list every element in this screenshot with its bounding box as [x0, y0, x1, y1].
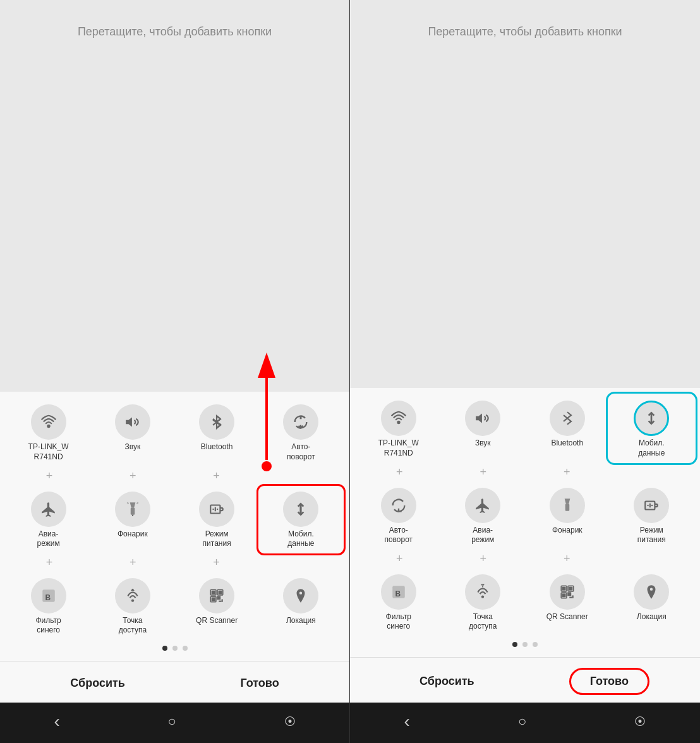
- left-tile-qr[interactable]: QR Scanner: [176, 573, 258, 639]
- dot-1: [162, 646, 167, 651]
- left-tile-mobiledata-label: Мобил. данные: [279, 529, 323, 549]
- add-cell-2[interactable]: +: [91, 468, 174, 485]
- right-tile-wifi[interactable]: TP-LINK_W R741ND: [358, 396, 440, 462]
- right-tile-bluetooth-label: Bluetooth: [551, 438, 583, 449]
- right-recents-icon[interactable]: ⦿: [634, 715, 646, 728]
- add-cell-3[interactable]: +: [175, 468, 258, 485]
- right-add-row2: + + +: [355, 549, 695, 569]
- right-home-icon[interactable]: ○: [518, 713, 526, 730]
- powersave-icon: [199, 492, 234, 527]
- right-dot-3: [533, 642, 538, 647]
- left-drag-hint: Перетащите, чтобы добавить кнопки: [78, 25, 272, 39]
- right-mobiledata-icon: [634, 401, 669, 436]
- right-tile-powersave-label: Режим питания: [629, 526, 673, 545]
- right-qr-icon: [550, 574, 585, 610]
- svg-rect-23: [219, 600, 221, 601]
- left-tile-mobiledata[interactable]: Мобил. данные: [260, 486, 342, 553]
- right-dot-2: [522, 642, 528, 647]
- right-hotspot-icon: [465, 574, 500, 610]
- right-tile-sound[interactable]: Звук: [442, 396, 524, 462]
- right-add-cell-5[interactable]: +: [358, 550, 442, 568]
- svg-rect-45: [572, 595, 573, 598]
- left-tile-hotspot[interactable]: Точка доступа: [92, 573, 173, 639]
- airplane-icon: [31, 492, 66, 527]
- right-add-cell-1[interactable]: +: [358, 464, 442, 481]
- left-tile-airplane-label: Авиа- режим: [27, 529, 71, 549]
- left-tile-bluefilter[interactable]: B Фильтр синего: [8, 573, 89, 639]
- left-tile-location[interactable]: Локация: [260, 573, 342, 639]
- left-drag-area: Перетащите, чтобы добавить кнопки: [0, 0, 349, 392]
- right-bluetooth-icon: [550, 401, 585, 436]
- right-bluefilter-icon: B: [381, 574, 416, 610]
- right-tile-location[interactable]: Локация: [611, 569, 693, 636]
- left-row1: TP-LINK_W R741ND Звук: [5, 399, 344, 466]
- right-row2: Авто- поворот Авиа- режим: [355, 483, 695, 549]
- right-tile-mobiledata[interactable]: Мобил. данные: [611, 396, 693, 462]
- right-add-cell-7[interactable]: +: [525, 550, 609, 568]
- right-back-icon[interactable]: ‹: [404, 711, 410, 732]
- add-cell-1[interactable]: +: [8, 468, 91, 485]
- left-tile-airplane[interactable]: Авиа- режим: [8, 486, 89, 553]
- right-tile-mobiledata-label: Мобил. данные: [629, 438, 673, 458]
- right-page-dots: [355, 636, 695, 652]
- right-add-cell-4: [609, 464, 693, 481]
- right-tile-sound-label: Звук: [475, 438, 491, 449]
- right-tile-airplane[interactable]: Авиа- режим: [442, 483, 524, 549]
- svg-text:B: B: [395, 589, 401, 598]
- mobiledata-icon: [283, 492, 318, 527]
- right-add-cell-2[interactable]: +: [442, 464, 526, 481]
- left-tile-location-label: Локация: [286, 616, 316, 626]
- add-cell-6[interactable]: +: [91, 554, 174, 572]
- right-add-cell-8: [609, 550, 693, 568]
- svg-rect-18: [219, 591, 221, 593]
- add-cell-7[interactable]: +: [175, 554, 258, 572]
- recents-icon[interactable]: ⦿: [284, 715, 296, 728]
- right-done-button[interactable]: Готово: [569, 668, 649, 695]
- left-tile-bluetooth[interactable]: Bluetooth: [176, 399, 258, 466]
- svg-rect-20: [212, 598, 215, 600]
- left-row2: Авиа- режим Фонарик: [5, 486, 344, 553]
- svg-rect-30: [565, 504, 570, 510]
- left-tile-bluefilter-label: Фильтр синего: [27, 616, 71, 636]
- right-row1: TP-LINK_W R741ND Звук: [355, 396, 695, 462]
- right-add-cell-3[interactable]: +: [525, 464, 609, 481]
- left-tile-autorotate[interactable]: Авто- поворот: [260, 399, 342, 466]
- right-tile-flashlight[interactable]: Фонарик: [526, 483, 608, 549]
- add-cell-5[interactable]: +: [8, 554, 91, 572]
- right-add-cell-6[interactable]: +: [442, 550, 526, 568]
- left-add-row1: + + +: [5, 466, 344, 486]
- left-done-button[interactable]: Готово: [221, 672, 298, 695]
- right-nav-bar: ‹ ○ ⦿: [350, 703, 700, 743]
- right-quick-panel: TP-LINK_W R741ND Звук: [350, 388, 700, 657]
- right-tile-autorotate-label: Авто- поворот: [377, 526, 421, 545]
- svg-text:B: B: [45, 593, 51, 601]
- svg-rect-46: [569, 596, 572, 598]
- svg-rect-21: [217, 596, 220, 599]
- right-reset-button[interactable]: Сбросить: [401, 670, 493, 693]
- right-tile-bluetooth[interactable]: Bluetooth: [526, 396, 608, 462]
- right-tile-hotspot-label: Точка доступа: [461, 612, 505, 632]
- sound-icon: [115, 404, 150, 440]
- right-tile-autorotate[interactable]: Авто- поворот: [358, 483, 440, 549]
- dot-2: [172, 646, 178, 651]
- right-screen: Перетащите, чтобы добавить кнопки TP-LIN…: [350, 0, 700, 743]
- left-tile-powersave[interactable]: Режим питания: [176, 486, 258, 553]
- right-tile-qr[interactable]: QR Scanner: [526, 569, 608, 636]
- right-row3: B Фильтр синего Точка доступа: [355, 569, 695, 636]
- right-tile-airplane-label: Авиа- режим: [461, 526, 505, 545]
- left-tile-hotspot-label: Точка доступа: [111, 616, 155, 636]
- home-icon[interactable]: ○: [168, 713, 176, 730]
- svg-rect-41: [569, 587, 572, 589]
- left-tile-sound[interactable]: Звук: [92, 399, 173, 466]
- left-tile-wifi[interactable]: TP-LINK_W R741ND: [8, 399, 89, 466]
- left-tile-sound-label: Звук: [125, 442, 141, 452]
- right-tile-powersave[interactable]: Режим питания: [611, 483, 693, 549]
- add-cell-8: [258, 554, 342, 572]
- back-icon[interactable]: ‹: [54, 711, 59, 732]
- right-tile-bluefilter[interactable]: B Фильтр синего: [358, 569, 440, 636]
- left-tile-flashlight[interactable]: Фонарик: [92, 486, 173, 553]
- svg-point-14: [131, 599, 134, 601]
- left-reset-button[interactable]: Сбросить: [51, 672, 144, 695]
- autorotate-icon: [283, 404, 318, 440]
- right-tile-hotspot[interactable]: Точка доступа: [442, 569, 524, 636]
